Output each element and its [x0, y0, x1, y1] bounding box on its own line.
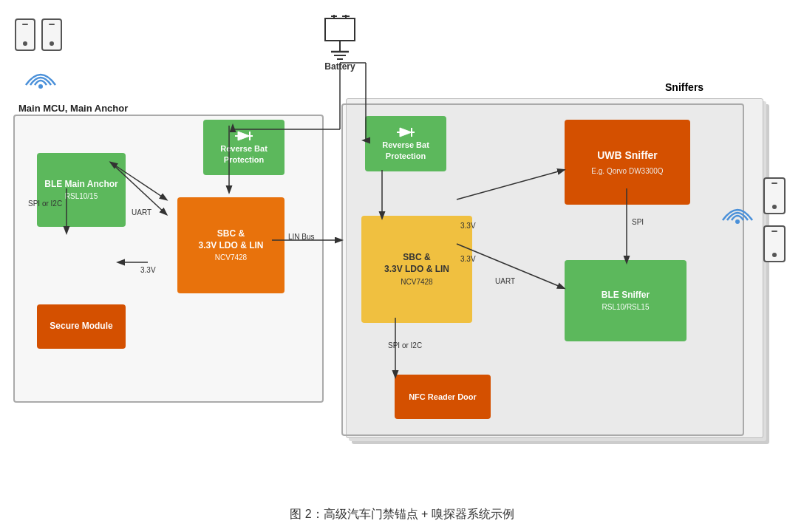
battery-symbol: Battery [318, 15, 362, 72]
lin-bus-label: LIN Bus [288, 233, 315, 241]
sbc-main-block: SBC & 3.3V LDO & LIN NCV7428 [177, 197, 285, 293]
uwb-sniffer-block: UWB Sniffer E.g. Qorvo DW3300Q [565, 120, 690, 205]
spi-i2c-sniffer-label: SPI or I2C [388, 341, 422, 349]
phone-right-1 [763, 177, 786, 214]
v33-top-label: 3.3V [460, 222, 476, 230]
uart-sniffer-label: UART [495, 277, 515, 285]
spi-uwb-label: SPI [632, 218, 644, 226]
phone-icon-2 [41, 18, 62, 51]
right-phones [763, 177, 786, 262]
phone-icon-1 [15, 18, 35, 51]
uart-main-label: UART [132, 208, 151, 216]
diode-sniffer-icon [397, 126, 415, 138]
wifi-left-icon [18, 57, 63, 90]
phone-right-2 [763, 225, 786, 262]
diagram-container: Battery Main MCU, Main Anchor BLE Main A… [0, 0, 804, 502]
battery-icon [318, 15, 362, 66]
rev-bat-main-block: Reverse Bat Protection [203, 120, 285, 175]
caption: 图 2：高级汽车门禁锚点 + 嗅探器系统示例 [0, 503, 804, 526]
diode-icon [235, 130, 253, 142]
v33-sniffer-label: 3.3V [460, 255, 476, 263]
wifi-right-icon [715, 192, 756, 225]
sniffer-inner-box: Reverse Bat Protection SBC & 3.3V LDO & … [341, 103, 744, 436]
main-mcu-box: Main MCU, Main Anchor BLE Main Anchor RS… [13, 115, 324, 403]
ble-sniffer-block: BLE Sniffer RSL10/RSL15 [565, 260, 687, 341]
spi-i2c-main-label: SPI or I2C [28, 200, 62, 208]
rev-bat-sniffer-block: Reverse Bat Protection [365, 116, 446, 171]
left-phones [15, 18, 63, 92]
svg-marker-10 [238, 132, 250, 140]
svg-rect-5 [325, 18, 355, 41]
svg-marker-14 [400, 128, 412, 137]
v33-main-label: 3.3V [140, 266, 156, 274]
nfc-reader-block: NFC Reader Door [395, 375, 491, 419]
ble-anchor-block: BLE Main Anchor RSL10/15 [37, 153, 126, 227]
sbc-sniffer-block: SBC & 3.3V LDO & LIN NCV7428 [361, 216, 472, 323]
secure-module-block: Secure Module [37, 304, 126, 349]
main-mcu-label: Main MCU, Main Anchor [18, 103, 128, 114]
svg-point-0 [38, 84, 43, 89]
sniffers-label: Sniffers [665, 81, 704, 93]
svg-point-18 [735, 219, 740, 224]
